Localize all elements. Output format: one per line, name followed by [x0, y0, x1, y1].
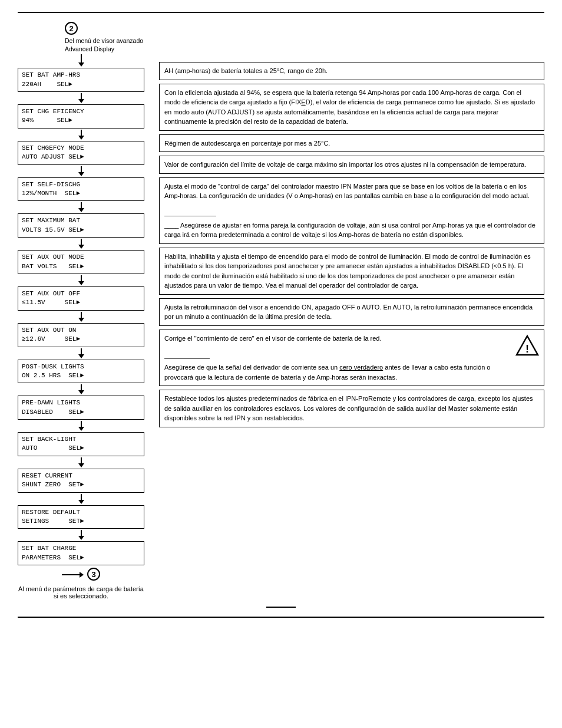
menu-box-6: SET AUX OUT MODE BAT VOLTS SEL► [18, 250, 144, 274]
arrow-10 [78, 421, 84, 431]
desc-row-8: Corrige el "corrimiento de cero" en el v… [164, 334, 539, 383]
desc-text-7: Ajusta la retroiluminación del visor a e… [164, 304, 533, 321]
desc-box-4: Valor de configuración del límite de vol… [159, 156, 544, 174]
arrow-11 [78, 457, 84, 467]
bottom-short-line [266, 607, 296, 608]
from-menu-label: Del menú de visor avanzado Advanced Disp… [65, 37, 143, 53]
desc-box-3: Régimen de autodescarga en porcentaje po… [159, 134, 544, 153]
arrow-8 [78, 348, 84, 358]
arrow-1 [78, 93, 84, 103]
arrow-5 [78, 239, 84, 249]
menu-box-9: POST-DUSK LIGHTS ON 2.5 HRS SEL► [18, 360, 144, 384]
right-arrow [62, 572, 84, 578]
menu-box-3: SET CHGEFCY MODE AUTO ADJUST SEL► [18, 141, 144, 165]
desc-separator-8: ——————— [164, 354, 210, 361]
bottom-rule [18, 617, 544, 618]
bottom-line-container [18, 607, 544, 608]
desc-text-4: Valor de configuración del límite de vol… [164, 161, 526, 168]
right-column: AH (amp-horas) de batería totales a 25°C… [159, 22, 544, 599]
content-area: 2 Del menú de visor avanzado Advanced Di… [18, 22, 544, 599]
desc-text-3: Régimen de autodescarga en porcentaje po… [164, 140, 330, 147]
circle-3: 3 [87, 568, 100, 581]
warning-icon-container: ! [512, 334, 539, 357]
arrow-9 [78, 384, 84, 394]
menu-box-8: SET AUX OUT ON ≥12.6V SEL► [18, 323, 144, 347]
arrow-7 [78, 312, 84, 322]
desc-box-6: Habilita, inhabilita y ajusta el tiempo … [159, 248, 544, 295]
menu-box-11: SET BACK-LIGHT AUTO SEL► [18, 432, 144, 456]
arrow-4 [78, 202, 84, 212]
menu-box-7: SET AUX OUT OFF ≤11.5V SEL► [18, 286, 144, 311]
page: 2 Del menú de visor avanzado Advanced Di… [0, 0, 562, 728]
top-rule [18, 12, 544, 13]
arrow-12 [78, 494, 84, 504]
arrow-3 [78, 166, 84, 176]
menu-box-14: SET BAT CHARGE PARAMETERS SEL► [18, 541, 144, 565]
svg-text:!: ! [525, 343, 529, 355]
desc-text-8b: Asegúrese de que la señal del derivador … [164, 364, 490, 381]
warning-triangle-icon: ! [515, 334, 539, 357]
desc-text-1: AH (amp-horas) de batería totales a 25°C… [164, 67, 328, 74]
desc-text-8a: Corrige el "corrimiento de cero" en el v… [164, 335, 382, 342]
menu-box-1: SET BAT AMP-HRS 220AH SEL► [18, 68, 144, 92]
desc-box-2: Con la eficiencia ajustada al 94%, se es… [159, 84, 544, 131]
to-menu-label: Al menú de parámetros de carga de baterí… [18, 585, 144, 599]
circle-2: 2 [65, 22, 78, 35]
desc-box-1: AH (amp-horas) de batería totales a 25°C… [159, 62, 544, 80]
arrow-13 [78, 530, 84, 540]
desc-text-9: Restablece todos los ajustes predetermin… [164, 395, 533, 421]
menu-box-10: PRE-DAWN LIGHTS DISABLED SEL► [18, 396, 144, 420]
desc-text-5: Ajusta el modo de "control de carga" del… [164, 183, 535, 239]
desc-box-7: Ajusta la retroiluminación del visor a e… [159, 298, 544, 326]
menu-box-2: SET CHG EFICENCY 94% SEL► [18, 104, 144, 129]
desc-box-8: Corrige el "corrimiento de cero" en el v… [159, 330, 544, 387]
menu-box-5: SET MAXIMUM BAT VOLTS 15.5V SEL► [18, 213, 144, 238]
arrow-2 [78, 130, 84, 140]
left-column: 2 Del menú de visor avanzado Advanced Di… [18, 22, 153, 599]
arrow-from-circle2 [81, 54, 82, 67]
flow-container: SET BAT AMP-HRS 220AH SEL► SET CHG EFICE… [18, 68, 144, 599]
desc-box-9: Restablece todos los ajustes predetermin… [159, 390, 544, 427]
circle-3-row: 3 [62, 568, 100, 582]
arrow-6 [78, 275, 84, 285]
desc-text-2: Con la eficiencia ajustada al 94%, se es… [164, 89, 535, 126]
desc-box-5: Ajusta el modo de "control de carga" del… [159, 177, 544, 244]
desc-text-6: Habilita, inhabilita y ajusta el tiempo … [164, 253, 531, 289]
menu-box-4: SET SELF-DISCHG 12%/MONTH SEL► [18, 177, 144, 202]
menu-box-13: RESTORE DEFAULT SETINGS SET► [18, 505, 144, 529]
menu-box-12: RESET CURRENT SHUNT ZERO SET► [18, 469, 144, 493]
